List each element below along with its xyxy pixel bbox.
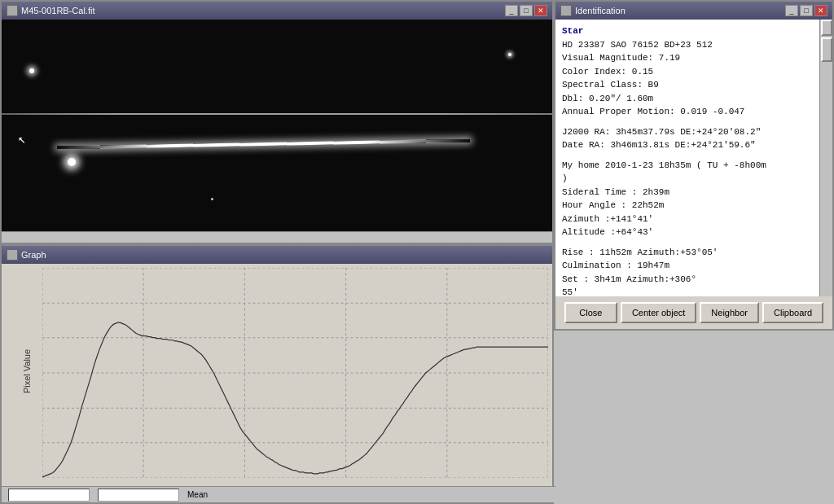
cursor: ↖ (18, 131, 26, 147)
id-content: Star HD 23387 SAO 76152 BD+23 512 Visual… (555, 20, 832, 296)
titlebar-left: M45-001RB-Cal.fit (7, 5, 94, 16)
image-content: ↖ (2, 20, 552, 243)
id-line14: Hour Angle : 22h52m (562, 199, 826, 213)
id-line4: Spectral Class: B9 (562, 78, 826, 92)
star-3 (68, 158, 76, 166)
id-line6: Annual Proper Motion: 0.019 -0.047 (562, 105, 826, 119)
window-icon (7, 5, 18, 16)
id-line19: Culmination : 19h47m (562, 259, 826, 273)
main-window-title: M45-001RB-Cal.fit (21, 6, 94, 15)
horizontal-scrollbar[interactable] (2, 231, 552, 243)
id-close-button[interactable]: ✕ (814, 5, 827, 16)
id-titlebar: Identification _ □ ✕ (555, 2, 832, 20)
id-buttons-bar: Close Center object Neighbor Clipboard (555, 296, 832, 329)
id-line13: Sideral Time : 2h39m (562, 186, 826, 199)
id-maximize-button[interactable]: □ (800, 5, 813, 16)
id-minimize-button[interactable]: _ (785, 5, 798, 16)
main-image-window: M45-001RB-Cal.fit _ □ ✕ ↖ (0, 0, 554, 244)
id-line21: 55' (562, 286, 826, 296)
bottom-bar: Mean (2, 486, 555, 502)
id-line5: Dbl: 0.20"/ 1.60m (562, 92, 826, 106)
id-line16: Altitude :+64°43' (562, 226, 826, 239)
center-object-button[interactable]: Center object (621, 302, 696, 323)
star-4 (211, 198, 213, 200)
graph-svg: 0 500 1000 1500 2000 2500 3000 0 100 200… (42, 268, 548, 478)
horizontal-line (2, 113, 552, 115)
main-window-controls: _ □ ✕ (505, 5, 547, 16)
star-image: ↖ (2, 20, 552, 243)
mean-label: Mean (187, 490, 208, 499)
graph-window: Graph Pixel Value (0, 244, 554, 504)
id-header: Star (562, 24, 826, 38)
y-axis-label: Pixel Value (22, 348, 32, 392)
graph-titlebar: Graph (2, 246, 552, 264)
main-titlebar: M45-001RB-Cal.fit _ □ ✕ (2, 2, 552, 20)
id-line2: Visual Magnitude: 7.19 (562, 51, 826, 65)
graph-icon (7, 249, 18, 261)
id-line20: Set : 3h41m Azimuth:+306° (562, 273, 826, 287)
star-streak (57, 138, 470, 149)
id-line18: Rise : 11h52m Azimuth:+53°05' (562, 246, 826, 260)
id-line12: ) (562, 172, 826, 186)
id-scrollbar[interactable] (819, 20, 832, 296)
id-window-icon (560, 5, 572, 16)
id-line7 (562, 119, 826, 125)
close-button[interactable]: Close (564, 302, 617, 323)
minimize-button[interactable]: _ (505, 5, 518, 16)
star-2 (508, 53, 511, 56)
maximize-button[interactable]: □ (520, 5, 533, 16)
id-line10 (562, 152, 826, 159)
graph-input-2[interactable] (98, 489, 179, 502)
star-1 (29, 68, 34, 73)
id-line9: Date RA: 3h46m13.81s DE:+24°21'59.6" (562, 138, 826, 152)
id-line15: Azimuth :+141°41' (562, 213, 826, 226)
id-window-title: Identification (575, 6, 626, 15)
id-line11: My home 2010-1-23 18h35m ( TU + -8h00m (562, 159, 826, 173)
id-line17 (562, 239, 826, 246)
clipboard-button[interactable]: Clipboard (762, 302, 823, 323)
close-button-main[interactable]: ✕ (534, 5, 547, 16)
id-line3: Color Index: 0.15 (562, 65, 826, 79)
graph-title: Graph (21, 250, 46, 260)
neighbor-button[interactable]: Neighbor (700, 302, 759, 323)
graph-input-1[interactable] (8, 489, 90, 502)
id-line1: HD 23387 SAO 76152 BD+23 512 (562, 38, 826, 52)
identification-window: Identification _ □ ✕ Star HD 23387 SAO 7… (554, 0, 834, 331)
id-line8: J2000 RA: 3h45m37.79s DE:+24°20'08.2" (562, 125, 826, 139)
id-window-controls: _ □ ✕ (785, 5, 827, 16)
